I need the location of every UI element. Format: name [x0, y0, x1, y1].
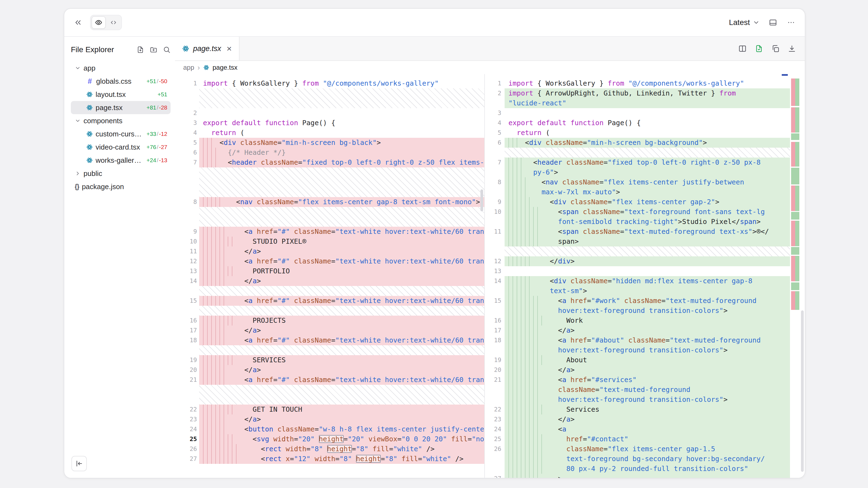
- code-row[interactable]: 25 href="#contact": [485, 434, 790, 444]
- new-file-icon[interactable]: [136, 46, 144, 54]
- code-row[interactable]: 21 <a href="#services" className="text-m…: [485, 375, 790, 404]
- code-row[interactable]: 12 </div>: [485, 256, 790, 266]
- tree-folder-public[interactable]: public: [71, 167, 170, 180]
- code-row[interactable]: 8 <nav className="flex items-center gap-…: [175, 197, 484, 207]
- code-row[interactable]: 13: [485, 266, 790, 276]
- code-view-toggle[interactable]: [106, 16, 121, 29]
- tree-folder-app[interactable]: app: [71, 62, 170, 75]
- code-row[interactable]: 19 About: [485, 355, 790, 365]
- search-icon[interactable]: [163, 46, 170, 54]
- code-row[interactable]: 14 <div className="hidden md:flex items-…: [485, 276, 790, 296]
- code-row[interactable]: 23 </a>: [175, 415, 484, 424]
- tree-file-custom-curs-[interactable]: custom-curs…+33/-12: [71, 127, 170, 140]
- line-number: 2: [175, 108, 199, 118]
- collapse-left-icon: [75, 460, 83, 467]
- tab-page-tsx[interactable]: page.tsx ×: [175, 37, 240, 60]
- code-line: Services: [508, 404, 790, 415]
- code-row[interactable]: 9 <div className="flex items-center gap-…: [485, 197, 790, 207]
- code-row[interactable]: 19 SERVICES: [175, 355, 484, 365]
- code-content: <a href="#" className="text-white hover:…: [199, 256, 484, 266]
- code-line: GET IN TOUCH: [203, 404, 484, 415]
- minimap[interactable]: [790, 74, 805, 478]
- new-folder-icon[interactable]: [150, 46, 157, 54]
- close-icon[interactable]: ×: [227, 44, 232, 53]
- code-row[interactable]: 15 <a href="#work" className="text-muted…: [485, 296, 790, 316]
- code-row[interactable]: 13 PORTFOLIO: [175, 266, 484, 276]
- code-row[interactable]: 20 </a>: [175, 365, 484, 375]
- minimap-mark: [791, 78, 799, 106]
- tree-file-globals.css[interactable]: #globals.css+51/-50: [71, 75, 170, 88]
- code-row[interactable]: 26 <rect width="8" height="8" fill="whit…: [175, 444, 484, 454]
- line-number: 4: [175, 128, 199, 138]
- breadcrumb-file[interactable]: page.tsx: [213, 64, 238, 71]
- code-row[interactable]: 10 <span className="text-foreground font…: [485, 207, 790, 227]
- code-row[interactable]: 25 <svg width="20" height="20" viewBox="…: [175, 434, 484, 444]
- code-row[interactable]: 27 <rect x="12" width="8" height="8" fil…: [175, 454, 484, 464]
- code-line: <header className="fixed top-0 left-0 ri…: [508, 158, 790, 167]
- code-row[interactable]: 6 {/* Header */}: [175, 148, 484, 158]
- code-row[interactable]: 11 </a>: [175, 247, 484, 256]
- code-row[interactable]: 1import { WorksGallery } from "@/compone…: [175, 78, 484, 88]
- tree-file-layout.tsx[interactable]: layout.tsx+51: [71, 88, 170, 101]
- code-row[interactable]: 27 >: [485, 474, 790, 478]
- code-row[interactable]: 21 <a href="#" className="text-white hov…: [175, 375, 484, 385]
- download-icon[interactable]: [788, 44, 796, 53]
- code-row[interactable]: 8 <nav className="flex items-center just…: [485, 177, 790, 197]
- code-row[interactable]: 5 return (: [485, 128, 790, 138]
- code-row[interactable]: 3export default function Page() {: [175, 118, 484, 128]
- code-row[interactable]: 10 STUDIO PIXEL®: [175, 236, 484, 247]
- code-row[interactable]: 17 </a>: [485, 326, 790, 335]
- code-line: export default function Page() {: [203, 118, 484, 128]
- breadcrumb-app[interactable]: app: [183, 64, 194, 71]
- code-row[interactable]: 2: [175, 108, 484, 118]
- code-row[interactable]: 14 </a>: [175, 276, 484, 286]
- split-view-icon[interactable]: [738, 44, 747, 53]
- code-row[interactable]: 24 <a: [485, 424, 790, 434]
- copy-icon[interactable]: [771, 44, 780, 53]
- code-row[interactable]: 5 <div className="min-h-screen bg-black"…: [175, 138, 484, 148]
- code-row[interactable]: 20 </a>: [485, 365, 790, 375]
- collapse-panel-icon[interactable]: [71, 16, 85, 29]
- code-row[interactable]: 2import { ArrowUpRight, Github, Linkedin…: [485, 88, 790, 108]
- code-line: className="flex items-center gap-1.5: [508, 444, 790, 454]
- code-row[interactable]: 18 <a href="#about" className="text-mute…: [485, 335, 790, 355]
- code-row[interactable]: 18 <a href="#" className="text-white hov…: [175, 335, 484, 345]
- collapsed-hatch: [505, 148, 790, 158]
- code-row[interactable]: 22 Services: [485, 404, 790, 415]
- code-line: <nav className="flex items-center gap-8 …: [203, 197, 484, 207]
- version-dropdown[interactable]: Latest: [727, 18, 762, 27]
- code-row[interactable]: 16 Work: [485, 316, 790, 326]
- tree-file-video-card.tsx[interactable]: video-card.tsx+76/-27: [71, 140, 170, 154]
- preview-eye-toggle[interactable]: [91, 16, 106, 29]
- overview-scrollbar-thumb[interactable]: [801, 311, 804, 472]
- file-label: package.json: [82, 183, 124, 191]
- code-row[interactable]: 4export default function Page() {: [485, 118, 790, 128]
- chevron-right-icon: [75, 170, 81, 176]
- collapsed-region: [175, 207, 484, 227]
- code-row[interactable]: 1import { WorksGallery } from "@/compone…: [485, 78, 790, 88]
- tree-file-package.json[interactable]: {}package.json: [71, 180, 170, 193]
- code-row[interactable]: 6 <div className="min-h-screen bg-backgr…: [485, 138, 790, 148]
- applied-file-icon[interactable]: [755, 44, 763, 53]
- code-row[interactable]: 3: [485, 108, 790, 118]
- code-row[interactable]: 26 className="flex items-center gap-1.5 …: [485, 444, 790, 474]
- code-row[interactable]: 7 <header className="fixed top-0 left-0 …: [485, 158, 790, 177]
- scrollbar-thumb[interactable]: [480, 189, 483, 212]
- code-row[interactable]: 15 <a href="#" className="text-white hov…: [175, 296, 484, 306]
- code-row[interactable]: 7 <header className="fixed top-0 left-0 …: [175, 158, 484, 167]
- collapse-sidebar-button[interactable]: [71, 456, 87, 471]
- code-row[interactable]: 24 <button className="w-8 h-8 flex items…: [175, 424, 484, 434]
- tree-folder-components[interactable]: components: [71, 114, 170, 127]
- code-row[interactable]: 4 return (: [175, 128, 484, 138]
- code-row[interactable]: 11 <span className="text-muted-foregroun…: [485, 227, 790, 247]
- more-options-icon[interactable]: [784, 16, 798, 29]
- code-row[interactable]: 16 PROJECTS: [175, 316, 484, 326]
- code-row[interactable]: 22 GET IN TOUCH: [175, 404, 484, 415]
- tree-file-page.tsx[interactable]: page.tsx+81/-28: [71, 101, 170, 114]
- code-row[interactable]: 17 </a>: [175, 326, 484, 335]
- code-row[interactable]: 9 <a href="#" className="text-white hove…: [175, 227, 484, 236]
- panel-bottom-icon[interactable]: [766, 16, 780, 29]
- code-row[interactable]: 23 </a>: [485, 415, 790, 424]
- tree-file-works-galler-[interactable]: works-galler…+24/-13: [71, 154, 170, 167]
- code-row[interactable]: 12 <a href="#" className="text-white hov…: [175, 256, 484, 266]
